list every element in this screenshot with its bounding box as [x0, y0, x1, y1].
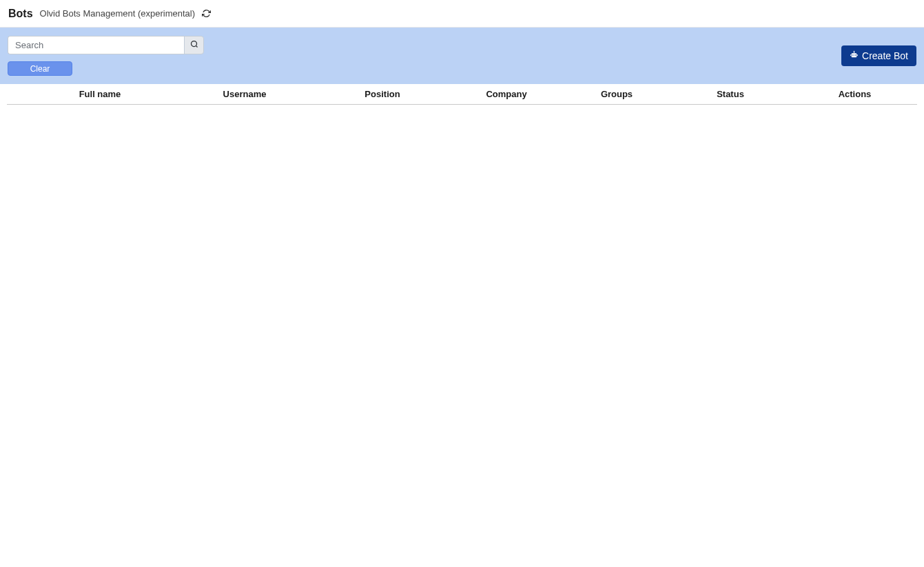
toolbar: Clear Create Bot [0, 28, 924, 84]
svg-point-6 [854, 51, 855, 52]
create-bot-label: Create Bot [862, 50, 908, 61]
search-row [8, 36, 916, 54]
table-container: Full name Username Position Company Grou… [0, 84, 924, 105]
svg-rect-2 [852, 53, 857, 57]
column-header-fullname[interactable]: Full name [28, 89, 172, 99]
svg-point-0 [191, 41, 196, 47]
svg-rect-7 [850, 54, 851, 56]
create-bot-button[interactable]: Create Bot [841, 45, 916, 66]
refresh-icon[interactable] [202, 9, 211, 18]
search-button[interactable] [184, 36, 204, 54]
page-title: Bots [8, 8, 33, 20]
header-bar: Bots Olvid Bots Management (experimental… [0, 0, 924, 28]
robot-icon [850, 50, 859, 61]
column-header-position[interactable]: Position [317, 89, 448, 99]
svg-point-4 [854, 54, 856, 56]
svg-point-3 [852, 54, 854, 56]
search-icon [190, 40, 198, 50]
clear-row: Clear [8, 61, 916, 76]
clear-button[interactable]: Clear [8, 61, 72, 76]
page-subtitle: Olvid Bots Management (experimental) [40, 8, 195, 19]
column-header-status[interactable]: Status [668, 89, 792, 99]
search-input[interactable] [8, 36, 184, 54]
svg-line-1 [196, 45, 197, 47]
column-header-groups[interactable]: Groups [565, 89, 668, 99]
column-header-username[interactable]: Username [172, 89, 317, 99]
svg-rect-8 [857, 54, 858, 56]
table-header-row: Full name Username Position Company Grou… [7, 84, 917, 105]
column-header-company[interactable]: Company [448, 89, 565, 99]
search-group [8, 36, 204, 54]
column-header-actions: Actions [792, 89, 917, 99]
